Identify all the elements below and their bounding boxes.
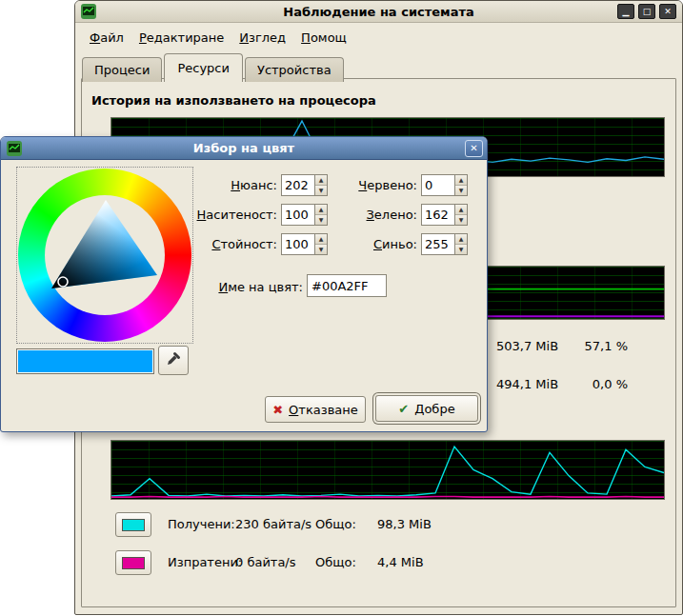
- menu-edit[interactable]: Редактиране: [132, 28, 231, 48]
- sent-color-button[interactable]: [115, 550, 151, 575]
- menubar: Файл Редактиране Изглед Помощ: [83, 26, 353, 49]
- menu-view[interactable]: Изглед: [232, 28, 292, 48]
- red-spinners: ▲▼: [454, 175, 467, 195]
- saturation-input[interactable]: [282, 205, 314, 225]
- hsv-triangle-shade: [51, 200, 157, 288]
- green-input[interactable]: [422, 205, 454, 225]
- network-history-chart: [110, 440, 665, 500]
- value-down-icon[interactable]: ▼: [315, 245, 327, 254]
- green-spinners: ▲▼: [454, 205, 467, 225]
- red-label: Червено:: [339, 178, 417, 192]
- close-icon: ✕: [664, 7, 672, 16]
- green-down-icon[interactable]: ▼: [455, 215, 467, 225]
- dialog-titlebar[interactable]: Избор на цвят ✕: [1, 137, 487, 160]
- received-total: 98,3 MiB: [377, 517, 432, 531]
- maximize-icon: □: [643, 7, 652, 16]
- color-name-input[interactable]: [307, 274, 387, 297]
- close-button[interactable]: ✕: [659, 4, 676, 19]
- hue-label: Нюанс:: [190, 178, 277, 192]
- hue-spinbox: ▲▼: [281, 174, 328, 196]
- network-received-line: [111, 447, 664, 496]
- color-preview-swatch: [18, 350, 152, 372]
- network-sent-line: [111, 497, 664, 498]
- received-color-button[interactable]: [115, 512, 151, 537]
- sent-label: Изпратени:: [168, 555, 242, 569]
- cpu-history-heading: История на използването на процесора: [91, 93, 376, 108]
- eyedropper-icon: [166, 351, 181, 369]
- cancel-button[interactable]: ✖ Отказване: [265, 396, 366, 423]
- green-up-icon[interactable]: ▲: [455, 205, 467, 215]
- red-down-icon[interactable]: ▼: [455, 186, 467, 195]
- cancel-icon: ✖: [272, 403, 283, 417]
- menu-help[interactable]: Помощ: [294, 28, 353, 48]
- saturation-spinbox: ▲▼: [281, 204, 328, 226]
- hue-spinners: ▲▼: [314, 175, 327, 195]
- maximize-button[interactable]: □: [638, 4, 655, 19]
- received-total-label: Общо:: [315, 517, 356, 531]
- value-label: Стойност:: [190, 237, 277, 251]
- network-legend-received: Получени: 230 байта/s Общо: 98,3 MiB: [115, 512, 515, 537]
- saturation-spinners: ▲▼: [314, 205, 327, 225]
- sent-rate: 0 байта/s: [235, 555, 296, 569]
- main-window-title: Наблюдение на системата: [75, 5, 682, 19]
- ok-button[interactable]: ✔ Добре: [375, 395, 478, 422]
- blue-spinbox: ▲▼: [421, 233, 468, 255]
- blue-up-icon[interactable]: ▲: [455, 234, 467, 245]
- dialog-title: Избор на цвят: [1, 141, 487, 155]
- blue-spinners: ▲▼: [454, 234, 467, 254]
- tab-devices[interactable]: Устройства: [245, 57, 344, 82]
- color-name-label: Име на цвят:: [196, 280, 303, 294]
- ok-icon: ✔: [398, 402, 409, 416]
- blue-down-icon[interactable]: ▼: [455, 245, 467, 254]
- network-legend-sent: Изпратени: 0 байта/s Общо: 4,4 MiB: [115, 550, 515, 575]
- sent-total: 4,4 MiB: [377, 555, 424, 569]
- window-controls: ▁ □ ✕: [617, 4, 676, 19]
- red-up-icon[interactable]: ▲: [455, 175, 467, 186]
- value-spinbox: ▲▼: [281, 233, 328, 255]
- minimize-icon: ▁: [623, 7, 630, 16]
- blue-label: Синьо:: [339, 237, 417, 251]
- received-color-swatch: [122, 519, 145, 531]
- system-monitor-icon: [81, 4, 96, 19]
- green-spinbox: ▲▼: [421, 204, 468, 226]
- saturation-up-icon[interactable]: ▲: [315, 205, 327, 215]
- dialog-close-icon: ✕: [470, 143, 477, 153]
- hue-down-icon[interactable]: ▼: [315, 186, 327, 195]
- memory-percent: 57,1 %: [571, 339, 628, 354]
- saturation-down-icon[interactable]: ▼: [315, 215, 327, 225]
- tab-bar: Процеси Ресурси Устройства: [82, 52, 346, 81]
- hsv-triangle[interactable]: [45, 195, 165, 315]
- color-preview-frame: [16, 348, 154, 374]
- dialog-close-button[interactable]: ✕: [465, 140, 483, 157]
- eyedropper-button[interactable]: [158, 346, 189, 375]
- value-spinners: ▲▼: [314, 234, 327, 254]
- dialog-icon: [7, 141, 22, 156]
- swap-amount: 494,1 MiB: [496, 377, 558, 392]
- hue-up-icon[interactable]: ▲: [315, 175, 327, 186]
- tab-processes[interactable]: Процеси: [82, 57, 162, 82]
- color-picker-dialog: Избор на цвят ✕ Нюанс: ▲▼: [0, 136, 488, 432]
- red-spinbox: ▲▼: [421, 174, 468, 196]
- received-label: Получени:: [168, 517, 235, 531]
- red-input[interactable]: [422, 175, 454, 195]
- value-input[interactable]: [282, 234, 314, 254]
- blue-input[interactable]: [422, 234, 454, 254]
- minimize-button[interactable]: ▁: [617, 4, 634, 19]
- memory-amount: 503,7 MiB: [496, 339, 558, 354]
- value-up-icon[interactable]: ▲: [315, 234, 327, 245]
- main-window-titlebar[interactable]: Наблюдение на системата ▁ □ ✕: [75, 1, 682, 23]
- tab-resources[interactable]: Ресурси: [164, 53, 243, 82]
- received-rate: 230 байта/s: [235, 517, 311, 531]
- hue-input[interactable]: [282, 175, 314, 195]
- ok-label: Добре: [414, 402, 454, 416]
- sent-color-swatch: [122, 557, 145, 569]
- menu-file[interactable]: Файл: [83, 28, 131, 48]
- saturation-label: Наситеност:: [190, 208, 277, 222]
- color-wheel-box: [16, 167, 193, 344]
- green-label: Зелено:: [339, 208, 417, 222]
- cancel-label: Отказване: [289, 403, 358, 417]
- swap-percent: 0,0 %: [571, 377, 628, 392]
- sent-total-label: Общо:: [315, 555, 356, 569]
